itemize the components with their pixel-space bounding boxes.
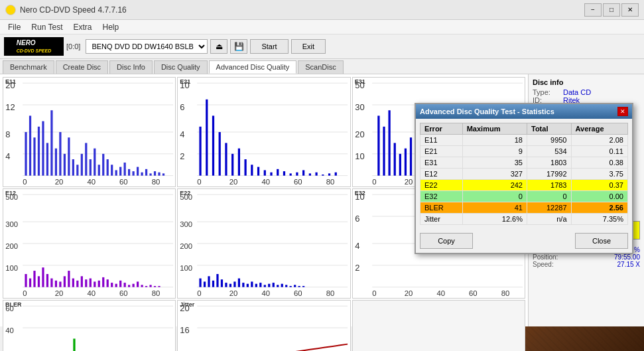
tab-disc-quality[interactable]: Disc Quality xyxy=(154,60,208,74)
col-average: Average xyxy=(571,123,628,135)
window-controls: − □ ✕ xyxy=(584,3,639,17)
col-error: Error xyxy=(420,123,463,135)
svg-rect-96 xyxy=(399,154,401,176)
close-button[interactable]: ✕ xyxy=(621,3,639,17)
svg-rect-9 xyxy=(25,132,27,176)
menu-file[interactable]: File xyxy=(3,21,26,33)
svg-rect-194 xyxy=(285,285,287,287)
disc-info-title: Disc info xyxy=(533,78,640,86)
position-label: Position: xyxy=(533,253,558,261)
svg-rect-68 xyxy=(277,169,279,176)
table-row-jitter: Jitter 12.6% n/a 7.35% xyxy=(420,214,628,225)
svg-text:100: 100 xyxy=(180,264,193,272)
svg-rect-158 xyxy=(154,286,156,287)
svg-rect-242 xyxy=(73,339,75,351)
svg-rect-18 xyxy=(64,154,66,176)
title-bar: Nero CD-DVD Speed 4.7.7.16 − □ ✕ xyxy=(0,0,644,20)
type-value: Data CD xyxy=(563,88,591,96)
svg-rect-58 xyxy=(212,115,214,175)
svg-rect-15 xyxy=(50,110,52,175)
svg-rect-14 xyxy=(46,143,48,175)
svg-rect-155 xyxy=(141,285,143,287)
svg-rect-10 xyxy=(29,115,31,175)
tab-disc-info[interactable]: Disc Info xyxy=(109,60,153,74)
svg-rect-141 xyxy=(81,276,83,287)
tab-scan-disc[interactable]: ScanDisc xyxy=(298,60,343,74)
svg-rect-174 xyxy=(200,279,202,287)
svg-rect-70 xyxy=(290,173,292,175)
svg-rect-138 xyxy=(68,271,70,287)
copy-button[interactable]: Copy xyxy=(420,233,473,249)
svg-text:6: 6 xyxy=(180,102,185,112)
svg-text:40: 40 xyxy=(436,289,445,297)
svg-rect-142 xyxy=(85,279,87,287)
svg-text:80: 80 xyxy=(152,289,161,297)
menu-extra[interactable]: Extra xyxy=(68,21,97,33)
svg-text:60: 60 xyxy=(119,178,128,186)
chart-jitter-label: Jitter xyxy=(180,301,194,308)
chart-e32-label: E32 xyxy=(355,190,365,196)
svg-rect-40 xyxy=(158,173,160,176)
menu-run-test[interactable]: Run Test xyxy=(26,21,68,33)
save-icon-button[interactable]: 💾 xyxy=(230,39,247,54)
svg-rect-73 xyxy=(309,173,311,175)
svg-rect-95 xyxy=(393,143,395,175)
eject-icon-button[interactable]: ⏏ xyxy=(210,39,227,54)
start-button[interactable]: Start xyxy=(250,39,288,54)
svg-rect-75 xyxy=(322,175,324,176)
svg-rect-149 xyxy=(115,284,117,287)
svg-rect-193 xyxy=(281,284,283,287)
minimize-button[interactable]: − xyxy=(584,3,602,17)
svg-text:0: 0 xyxy=(23,178,27,186)
svg-rect-36 xyxy=(141,173,143,176)
svg-rect-63 xyxy=(245,159,247,176)
stats-title-close-button[interactable]: ✕ xyxy=(617,107,628,116)
svg-rect-60 xyxy=(225,143,227,175)
menu-help[interactable]: Help xyxy=(97,21,125,33)
svg-rect-145 xyxy=(98,281,100,287)
svg-rect-136 xyxy=(59,282,61,287)
svg-text:10: 10 xyxy=(355,151,364,161)
svg-text:0: 0 xyxy=(198,178,202,186)
svg-rect-153 xyxy=(132,284,134,287)
svg-rect-29 xyxy=(111,165,113,175)
svg-text:40: 40 xyxy=(262,289,271,297)
svg-rect-16 xyxy=(55,149,57,176)
svg-rect-143 xyxy=(90,279,92,287)
tab-create-disc[interactable]: Create Disc xyxy=(56,60,108,74)
svg-rect-35 xyxy=(137,167,139,176)
chart-e12: E12 500 300 200 100 xyxy=(3,188,176,299)
tab-advanced-disc-quality[interactable]: Advanced Disc Quality xyxy=(209,60,297,74)
device-select[interactable]: BENQ DVD DD DW1640 BSLB xyxy=(86,39,208,54)
svg-text:4: 4 xyxy=(355,241,359,251)
maximize-button[interactable]: □ xyxy=(603,3,620,17)
table-row: E12 327 17992 3.75 xyxy=(420,169,628,180)
svg-text:30: 30 xyxy=(355,102,364,112)
svg-rect-198 xyxy=(302,286,304,287)
svg-text:80: 80 xyxy=(326,178,335,186)
svg-rect-196 xyxy=(294,285,296,287)
svg-text:60: 60 xyxy=(294,178,302,186)
svg-text:0: 0 xyxy=(198,289,202,297)
svg-rect-154 xyxy=(137,282,139,287)
svg-rect-147 xyxy=(107,279,109,287)
svg-rect-23 xyxy=(85,143,87,175)
svg-rect-134 xyxy=(50,279,52,287)
svg-rect-22 xyxy=(81,154,83,176)
exit-button[interactable]: Exit xyxy=(291,39,326,54)
tab-benchmark[interactable]: Benchmark xyxy=(3,60,54,74)
stats-title-bar: Advanced Disc Quality Test - Statistics … xyxy=(416,104,632,119)
svg-rect-148 xyxy=(111,283,113,287)
svg-rect-183 xyxy=(238,279,240,287)
close-dialog-button[interactable]: Close xyxy=(575,233,628,249)
chart-e21-label: E21 xyxy=(180,78,190,85)
svg-rect-61 xyxy=(231,154,233,176)
chart-bler: BLER 60 40 20 10 xyxy=(3,300,176,351)
svg-text:60: 60 xyxy=(294,289,302,297)
svg-rect-180 xyxy=(225,283,227,287)
svg-rect-69 xyxy=(283,171,285,176)
svg-text:12: 12 xyxy=(5,102,15,112)
stats-buttons: Copy Close xyxy=(416,229,632,253)
svg-rect-94 xyxy=(388,110,390,175)
svg-rect-64 xyxy=(251,165,253,175)
